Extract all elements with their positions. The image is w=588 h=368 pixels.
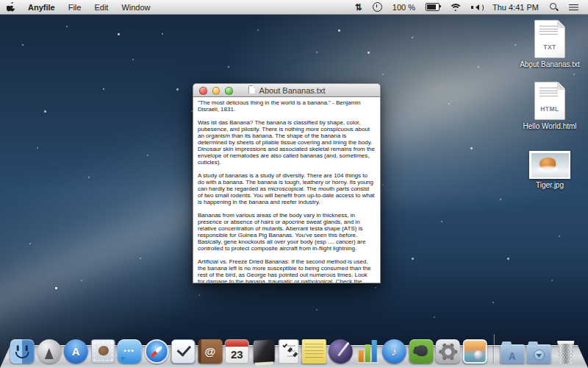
dock-contacts-icon[interactable]: @ (198, 339, 222, 364)
wifi-icon[interactable] (445, 0, 466, 14)
html-file-icon: HTML (534, 82, 565, 120)
trash-basket-glyph (556, 341, 576, 364)
magnifier-glyph (549, 2, 559, 12)
apple-icon (7, 2, 15, 12)
dock-photo-album-icon[interactable] (251, 339, 276, 364)
dock-checkbox-app-icon[interactable] (171, 339, 196, 364)
desktop-icon-label: About Bananas.txt (516, 60, 584, 68)
desktop-icon-hello-world[interactable]: HTML Hello World.html (516, 82, 584, 130)
dock-numbers-icon[interactable] (355, 339, 379, 364)
sync-glyph: ⇅ (355, 3, 362, 12)
dock-safari-icon[interactable] (144, 339, 168, 364)
dock-system-preferences-icon[interactable] (436, 339, 460, 364)
html-badge: HTML (535, 105, 564, 113)
menu-bar-clock[interactable]: Thu 4:41 PM (487, 0, 544, 14)
paragraph: Bananas from various areas of the body v… (198, 212, 376, 252)
menu-bar-status: ⇅ 100 % Thu 4:41 PM (350, 0, 588, 14)
txt-badge: TXT (535, 43, 564, 51)
dock-app-store-icon[interactable]: A (64, 339, 88, 364)
dock-pages-icon[interactable] (329, 339, 353, 364)
dock-iphoto-icon[interactable] (462, 339, 487, 364)
paragraph: A study of bananas is a study of diversi… (198, 172, 376, 205)
speaker-glyph (471, 3, 482, 11)
window-title-text: About Bananas.txt (259, 86, 326, 95)
dock-downloads-folder-icon[interactable] (527, 344, 551, 364)
dock-evernote-icon[interactable] (409, 339, 433, 364)
paragraph: Artificial vs. Freeze Dried Bananas: If … (198, 258, 376, 283)
window-title-bar[interactable]: About Bananas.txt (193, 83, 381, 97)
dock-launchpad-icon[interactable] (37, 339, 61, 364)
battery-icon[interactable] (420, 0, 445, 14)
menu-bar-left: Anyfile File Edit Window (0, 0, 157, 14)
sync-status-icon[interactable]: ⇅ (350, 0, 368, 14)
image-thumbnail-icon (529, 151, 570, 179)
dock-icons-row: A @ 23 ♪ A (10, 334, 578, 364)
desktop-icon-tiger-jpg[interactable]: Tiger.jpg (516, 151, 584, 189)
dock-calendar-icon[interactable]: 23 (225, 339, 249, 364)
applications-letter: A (500, 344, 524, 364)
dock-reminders-icon[interactable] (279, 339, 299, 364)
gear-icon (439, 350, 457, 353)
zoom-button[interactable] (225, 87, 233, 95)
desktop-icon-label: Hello World.html (516, 122, 584, 130)
apple-menu[interactable] (0, 0, 21, 14)
dock: A @ 23 ♪ A (0, 330, 588, 368)
menu-edit[interactable]: Edit (87, 0, 115, 14)
dock-mail-icon[interactable] (90, 339, 115, 364)
dock-itunes-icon[interactable]: ♪ (382, 339, 406, 364)
menu-file[interactable]: File (62, 0, 88, 14)
clock-dial-icon (373, 2, 382, 12)
dock-divider (493, 334, 494, 364)
app-store-letter: A (64, 339, 88, 364)
txt-file-icon: TXT (534, 20, 565, 58)
document-window: About Bananas.txt "The most delicious th… (193, 83, 381, 283)
text-content-area[interactable]: "The most delicious thing in the world i… (193, 97, 381, 283)
desktop-icon-about-bananas[interactable]: TXT About Bananas.txt (516, 20, 584, 68)
dock-trash-icon[interactable] (553, 339, 578, 364)
tiger-photo (531, 153, 569, 177)
volume-icon[interactable] (466, 0, 487, 14)
calendar-date: 23 (226, 340, 248, 363)
black-album-glyph (253, 339, 274, 364)
close-button[interactable] (199, 87, 207, 95)
dock-finder-icon[interactable] (10, 339, 35, 364)
download-arrow-icon (534, 350, 545, 361)
dock-notes-icon[interactable] (301, 339, 326, 364)
dock-applications-folder-icon[interactable]: A (500, 344, 524, 364)
contacts-at-glyph: @ (198, 339, 222, 364)
wifi-glyph (450, 3, 461, 11)
battery-percent[interactable]: 100 % (387, 0, 420, 14)
battery-glyph (426, 3, 440, 11)
paragraph: Was ist das Banana? The banana is classi… (198, 119, 376, 166)
traffic-lights (199, 87, 233, 95)
time-machine-icon[interactable] (368, 0, 387, 14)
desktop-icon-label: Tiger.jpg (516, 181, 584, 189)
menu-bar: Anyfile File Edit Window ⇅ 100 % Thu 4:4… (0, 0, 588, 15)
document-icon (248, 85, 257, 95)
spotlight-icon[interactable] (544, 0, 564, 14)
notification-center-icon[interactable] (564, 0, 584, 14)
music-note-glyph: ♪ (382, 339, 406, 364)
minimize-button[interactable] (212, 87, 220, 95)
window-title: About Bananas.txt (248, 85, 326, 95)
paragraph: "The most delicious thing in the world i… (198, 99, 376, 113)
app-menu[interactable]: Anyfile (21, 0, 62, 14)
dock-messages-icon[interactable] (118, 339, 142, 364)
list-lines-glyph (569, 4, 578, 11)
menu-window[interactable]: Window (115, 0, 157, 14)
